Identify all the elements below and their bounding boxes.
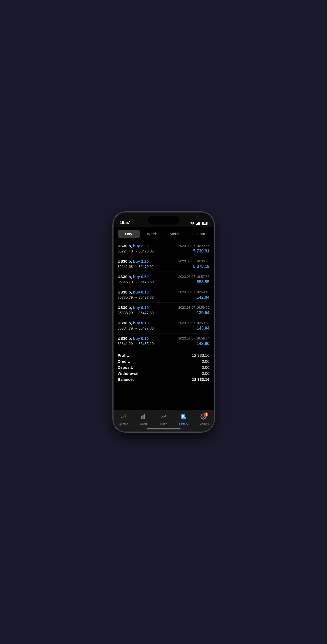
svg-rect-9 [182, 417, 183, 418]
table-row[interactable]: US30.b, buy 0.50 2023.08.07 16:57:58 353… [118, 272, 210, 287]
dynamic-island [148, 216, 179, 225]
wifi-icon [190, 222, 194, 225]
trade-symbol: US30.b, buy 0.10 [118, 336, 149, 341]
nav-item-history[interactable]: History [174, 412, 194, 426]
svg-rect-11 [182, 415, 184, 416]
balance-label: Balance: [118, 377, 134, 382]
status-icons: 31 [190, 222, 207, 225]
trade-time: 2023.08.07 16:30:00 [178, 259, 209, 263]
trade-icon [160, 413, 167, 421]
deposit-value: 0.00 [202, 365, 209, 370]
settings-badge: 5 [204, 412, 208, 417]
svg-rect-13 [185, 417, 185, 418]
withdrawal-label: Withdrawal: [118, 371, 140, 376]
quotes-icon [120, 413, 127, 421]
quotes-label: Quotes [119, 422, 128, 426]
svg-rect-10 [182, 416, 184, 417]
filter-tabs: Day Week Month Custom [114, 227, 214, 241]
tab-week[interactable]: Week [141, 230, 163, 238]
trade-profit: 143.04 [197, 326, 210, 331]
svg-rect-4 [141, 416, 142, 419]
table-row[interactable]: US30.b, buy 2.26 2023.08.07 16:30:00 352… [118, 256, 210, 272]
nav-item-trade[interactable]: Trade [153, 412, 174, 426]
tab-custom[interactable]: Custom [187, 230, 210, 238]
balance-value: 12 333.16 [192, 377, 210, 382]
trade-profit: 5 730.91 [193, 249, 209, 254]
trade-profit: 5 375.18 [193, 264, 209, 269]
summary-profit-row: Profit: 12 333.16 [118, 353, 210, 358]
svg-rect-6 [144, 414, 145, 419]
status-time: 19:57 [120, 220, 130, 225]
phone-frame: 19:57 31 Day Week Month Custom [113, 212, 215, 432]
chart-label: Chart [140, 422, 147, 426]
history-icon [180, 413, 187, 421]
trade-symbol: US30.b, buy 0.10 [118, 305, 149, 310]
trade-list: US30.b, buy 2.26 2023.08.07 16:29:55 352… [114, 241, 214, 349]
battery-icon: 31 [202, 222, 207, 225]
trade-time: 2023.08.07 16:59:50 [178, 306, 209, 309]
deposit-label: Deposit: [118, 365, 133, 370]
profit-label: Profit: [118, 353, 129, 358]
trade-price: 35335.79 → 35477.83 [118, 295, 154, 300]
trade-profit: 139.54 [197, 310, 210, 315]
svg-point-15 [203, 416, 204, 417]
home-indicator [147, 428, 181, 429]
summary-withdrawal-row: Withdrawal: 0.00 [118, 371, 210, 376]
trade-price: 35241.68 → 35479.52 [118, 264, 154, 269]
settings-label: Settings [198, 422, 209, 426]
svg-rect-5 [142, 415, 144, 419]
trade-price: 35224.48 → 35478.06 [118, 249, 154, 253]
table-row[interactable]: US30.b, buy 0.10 2023.08.07 16:59:54 353… [118, 334, 210, 349]
trade-time: 2023.08.07 16:59:54 [178, 336, 209, 340]
summary-credit-row: Credit: 0.00 [118, 359, 210, 364]
table-row[interactable]: US30.b, buy 0.10 2023.08.07 16:59:50 353… [118, 303, 210, 318]
trade-price: 35346.79 → 35478.50 [118, 280, 154, 284]
tab-day[interactable]: Day [118, 230, 140, 238]
table-row[interactable]: US30.b, buy 2.26 2023.08.07 16:29:55 352… [118, 241, 210, 256]
table-row[interactable]: US30.b, buy 0.10 2023.08.07 16:59:52 353… [118, 318, 210, 334]
trade-profit: 658.55 [197, 280, 210, 284]
profit-value: 12 333.16 [192, 353, 210, 358]
credit-label: Credit: [118, 359, 130, 364]
credit-value: 0.00 [202, 359, 209, 364]
trade-symbol: US30.b, buy 0.10 [118, 290, 149, 294]
table-row[interactable]: US30.b, buy 0.10 2023.08.07 16:59:48 353… [118, 287, 210, 303]
trade-symbol: US30.b, buy 2.26 [118, 244, 149, 248]
trade-label: Trade [160, 422, 167, 426]
trade-symbol: US30.b, buy 2.26 [118, 259, 149, 263]
trade-price: 35338.29 → 35477.83 [118, 311, 154, 315]
trade-symbol: US30.b, buy 0.10 [118, 321, 149, 325]
trade-symbol: US30.b, buy 0.50 [118, 274, 149, 279]
nav-item-chart[interactable]: Chart [133, 412, 153, 426]
svg-rect-14 [185, 418, 185, 418]
tab-month[interactable]: Month [164, 230, 186, 238]
summary-balance-row: Balance: 12 333.16 [118, 377, 210, 382]
svg-rect-3 [199, 222, 200, 225]
nav-item-quotes[interactable]: Quotes [114, 412, 134, 426]
nav-item-settings[interactable]: 5 Settings [194, 412, 214, 426]
trade-price: 35341.29 → 35485.19 [118, 342, 154, 346]
signal-icon [196, 222, 201, 225]
summary-deposit-row: Deposit: 0.00 [118, 365, 210, 370]
trade-profit: 143.90 [197, 341, 210, 346]
trade-time: 2023.08.07 16:59:52 [178, 321, 209, 325]
trade-time: 2023.08.07 16:57:58 [178, 275, 209, 279]
trade-profit: 142.04 [197, 295, 210, 300]
history-label: History [179, 422, 188, 426]
svg-rect-7 [146, 416, 146, 419]
svg-rect-2 [198, 222, 199, 225]
svg-rect-1 [197, 223, 198, 225]
svg-rect-0 [196, 224, 197, 225]
summary-section: Profit: 12 333.16 Credit: 0.00 Deposit: … [114, 349, 214, 385]
withdrawal-value: 0.00 [202, 371, 209, 376]
chart-icon [140, 413, 147, 421]
trade-time: 2023.08.07 16:59:48 [178, 290, 209, 294]
trade-price: 35334.79 → 35477.83 [118, 326, 154, 330]
trade-time: 2023.08.07 16:29:55 [178, 244, 209, 248]
main-content[interactable]: Day Week Month Custom US30.b, buy 2.26 2… [114, 227, 214, 410]
